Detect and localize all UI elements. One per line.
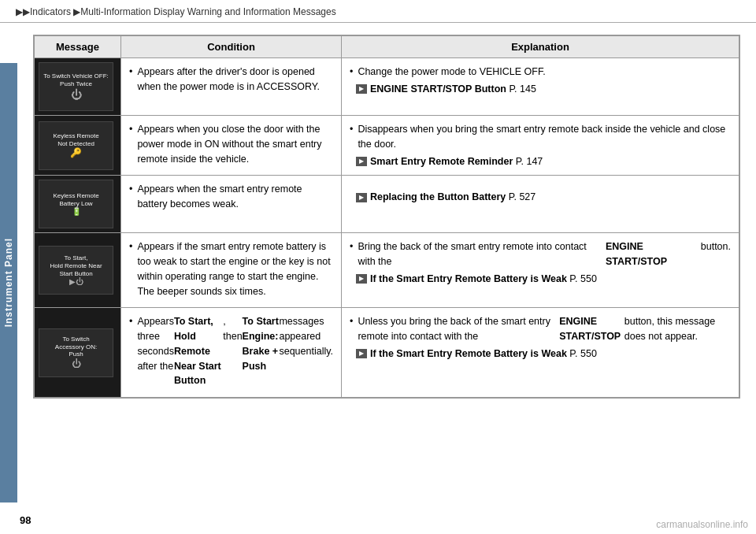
sidebar-label: Instrument Panel <box>3 238 14 327</box>
col-header-condition: Condition <box>121 36 342 58</box>
ref-arrow-icon-3: ▶ <box>356 193 367 202</box>
page-number: 98 <box>20 514 31 526</box>
table-row: Keyless RemoteNot Detected 🔑 Appears whe… <box>35 116 739 176</box>
breadcrumb: ▶▶Indicators ▶Multi-Information Display … <box>0 0 756 23</box>
table-row: To SwitchAccessory ON:Push ⏻ Appears thr… <box>35 308 739 398</box>
table-row: Keyless RemoteBattery Low 🔋 Appears when… <box>35 176 739 233</box>
message-image-2: Keyless RemoteNot Detected 🔑 <box>35 116 121 176</box>
condition-cell-2: Appears when you close the door with the… <box>121 116 342 176</box>
message-image-4: To Start,Hold Remote NearStart Button ▶⏻ <box>35 233 121 308</box>
table-row: To Start,Hold Remote NearStart Button ▶⏻… <box>35 233 739 308</box>
explanation-cell-2: Disappears when you bring the smart entr… <box>342 116 739 176</box>
condition-text-1: Appears after the driver's door is opene… <box>129 65 333 95</box>
explanation-cell-3: ▶ Replacing the Button Battery P. 527 <box>342 176 739 233</box>
condition-cell-5: Appears three seconds after the To Start… <box>121 308 342 398</box>
watermark: carmanualsonline.info <box>656 519 748 530</box>
ref-arrow-icon: ▶ <box>356 84 367 94</box>
message-image-3: Keyless RemoteBattery Low 🔋 <box>35 176 121 233</box>
message-image-5: To SwitchAccessory ON:Push ⏻ <box>35 308 121 398</box>
main-table: Message Condition Explanation To Switch … <box>33 35 740 399</box>
explanation-cell-5: Unless you bring the back of the smart e… <box>342 308 739 398</box>
col-header-message: Message <box>35 36 121 58</box>
message-image-1: To Switch Vehicle OFF:Push Twice ⏻ <box>35 58 121 116</box>
condition-cell-1: Appears after the driver's door is opene… <box>121 58 342 116</box>
ref-arrow-icon-5: ▶ <box>356 349 367 358</box>
main-content: Message Condition Explanation To Switch … <box>17 35 756 406</box>
ref-arrow-icon-2: ▶ <box>356 157 367 166</box>
ref-arrow-icon-4: ▶ <box>356 274 367 284</box>
explanation-cell-4: Bring the back of the smart entry remote… <box>342 233 739 308</box>
col-header-explanation: Explanation <box>342 36 739 58</box>
condition-cell-3: Appears when the smart entry remote batt… <box>121 176 342 233</box>
explanation-cell-1: Change the power mode to VEHICLE OFF. ▶ … <box>342 58 739 116</box>
sidebar-bar: Instrument Panel <box>0 63 17 502</box>
condition-cell-4: Appears if the smart entry remote batter… <box>121 233 342 308</box>
table-row: To Switch Vehicle OFF:Push Twice ⏻ Appea… <box>35 58 739 116</box>
